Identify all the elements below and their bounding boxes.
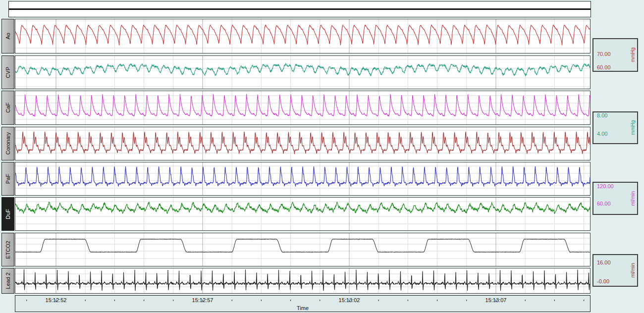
time-axis-title: Time xyxy=(15,305,590,311)
time-axis[interactable]: Time 15:12:5215:12:5715:13:0215:13:07 xyxy=(15,295,590,312)
channel-waveform-svg xyxy=(15,19,590,53)
channel-waveform-svg xyxy=(15,127,590,160)
channel-tab-ao[interactable]: Ao xyxy=(1,19,14,53)
channel-plot-caf[interactable] xyxy=(15,91,590,125)
chart-recorder-window: Ao 70.00 60.00 mmHg CVP 8.00 4.00 mmHg C… xyxy=(0,0,644,313)
channel-waveform-svg xyxy=(15,162,590,195)
waveform-trace xyxy=(15,64,590,76)
channel-plot-paf[interactable] xyxy=(15,162,590,196)
channel-plot-etco2[interactable] xyxy=(15,233,590,266)
channel-tab-label: CaF xyxy=(5,103,11,113)
channel-tab-label: Coronary xyxy=(5,132,11,155)
channel-tab-label: Lead 2 xyxy=(5,272,11,289)
channel-tab-coronary[interactable]: Coronary xyxy=(1,127,14,160)
waveform-trace xyxy=(15,202,590,214)
channel-row-cvp: CVP 8.00 4.00 mmHg xyxy=(0,55,644,89)
channel-plot-cvp[interactable] xyxy=(15,55,590,89)
channel-plot-ao[interactable] xyxy=(15,19,590,53)
channel-waveform-svg xyxy=(15,198,590,230)
channel-tab-label: CVP xyxy=(5,67,11,78)
comment-marker-bar[interactable] xyxy=(8,1,591,17)
channel-tab-lead-2[interactable]: Lead 2 xyxy=(1,268,14,294)
time-tick-label: 15:12:52 xyxy=(34,297,78,303)
waveform-trace xyxy=(15,239,590,253)
waveform-trace xyxy=(15,166,590,187)
channel-tab-label: ETCO2 xyxy=(5,241,11,259)
channel-waveform-svg xyxy=(15,91,590,124)
channel-plot-coronary[interactable] xyxy=(15,127,590,160)
channel-waveform-svg xyxy=(15,268,590,293)
channel-tab-caf[interactable]: CaF xyxy=(1,91,14,125)
channel-tab-label: PaF xyxy=(5,174,11,184)
waveform-trace xyxy=(15,94,590,116)
channel-tab-label: Ao xyxy=(5,33,11,39)
time-tick-label: 15:12:57 xyxy=(180,297,225,303)
channel-row-coronary: Coronary 16.00 -0.00 ml/min xyxy=(0,127,644,160)
channel-row-caf: CaF 120.00 60.00 ml/min xyxy=(0,91,644,125)
channel-plot-duf[interactable] xyxy=(15,197,590,231)
channel-waveform-svg xyxy=(15,233,590,266)
channel-tab-duf[interactable]: DuF xyxy=(1,197,14,231)
channel-plot-lead-2[interactable] xyxy=(15,268,590,294)
channel-row-ao: Ao 70.00 60.00 mmHg xyxy=(0,19,644,53)
channel-row-paf: PaF 600.00 -0.00 ml/min xyxy=(0,162,644,196)
comment-bar-line xyxy=(9,8,590,10)
channel-row-etco2: ETCO2 40.00 -0.00 mmHg xyxy=(0,233,644,266)
channel-tab-etco2[interactable]: ETCO2 xyxy=(1,233,14,266)
channel-row-duf: DuF 0.00 -400.00 ml/min xyxy=(0,197,644,231)
time-tick-label: 15:13:07 xyxy=(474,297,518,303)
channel-waveform-svg xyxy=(15,56,590,89)
channel-tab-cvp[interactable]: CVP xyxy=(1,55,14,89)
channel-tab-label: DuF xyxy=(5,209,11,219)
waveform-trace xyxy=(15,25,590,45)
channel-row-lead-2: Lead 2 -40.00 -50.00 Volts xyxy=(0,268,644,294)
time-tick-label: 15:13:02 xyxy=(327,297,372,303)
channel-tab-paf[interactable]: PaF xyxy=(1,162,14,196)
waveform-trace xyxy=(15,132,590,154)
